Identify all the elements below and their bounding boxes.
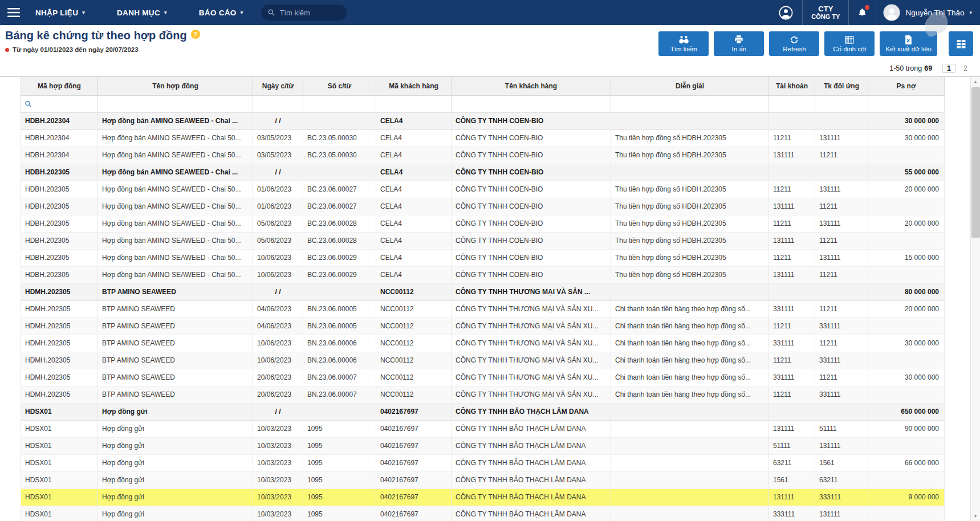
filter-cell-tk-doi-ung[interactable]	[815, 95, 868, 112]
table-row[interactable]: HDMH.202305BTP AMINO SEAWEED20/06/2023BN…	[21, 369, 945, 386]
cell-ps-no	[868, 266, 945, 283]
table-row[interactable]: HDMH.202305BTP AMINO SEAWEED10/06/2023BN…	[21, 352, 945, 369]
column-header-ma-khach-hang[interactable]: Mã khách hàng	[376, 77, 452, 95]
column-header-ten-khach-hang[interactable]: Tên khách hàng	[452, 77, 611, 95]
table-row[interactable]: HDSX01Hợp đồng gửi10/03/2023109504021676…	[21, 437, 945, 454]
hamburger-menu-button[interactable]	[0, 0, 27, 25]
cell-tk-doi-ung: 11211	[815, 369, 868, 386]
avatar	[883, 4, 900, 21]
table-row[interactable]: HDSX01Hợp đồng gửi10/03/2023109504021676…	[21, 489, 945, 506]
cell-so-ctu: 1095	[303, 437, 376, 454]
cell-ma-khach-hang: CELA4	[376, 249, 452, 266]
nav-menu-danh-muc[interactable]: DANH MỤC▾	[117, 9, 167, 17]
filter-cell-so-ctu[interactable]	[303, 95, 376, 112]
user-menu[interactable]: Nguyễn Thị Thảo ▾	[876, 4, 980, 21]
cell-so-ctu: 1095	[303, 471, 376, 489]
cell-dien-giai	[611, 283, 769, 300]
cell-tai-khoan: 11211	[769, 249, 815, 266]
cell-tk-doi-ung	[815, 283, 868, 300]
table-row[interactable]: HDBH.202305Hợp đồng bán AMINO SEAWEED - …	[21, 266, 945, 283]
table-row[interactable]: HDSX01Hợp đồng gửi10/03/2023109504021676…	[21, 454, 945, 471]
column-header-dien-giai[interactable]: Diễn giải	[611, 77, 769, 95]
grid-view-button[interactable]	[949, 31, 973, 56]
cell-ps-no: 30 000 000	[868, 335, 945, 352]
toolbar-button-label: Kết xuất dữ liệu	[885, 46, 932, 52]
column-header-ma-hop-dong[interactable]: Mã hợp đồng	[21, 77, 98, 95]
table-row[interactable]: HDBH.202304Hợp đồng bán AMINO SEAWEED - …	[21, 129, 945, 146]
column-header-tk-doi-ung[interactable]: Tk đối ứng	[815, 77, 868, 95]
table-row[interactable]: HDSX01Hợp đồng gửi10/03/2023109504021676…	[21, 506, 945, 521]
co-dinh-cot-button[interactable]: Cố định cột	[824, 31, 875, 56]
column-header-ps-no[interactable]: Ps nợ	[868, 77, 945, 95]
filter-cell-ten-khach-hang[interactable]	[452, 95, 611, 112]
column-header-tai-khoan[interactable]: Tài khoản	[769, 77, 815, 95]
table-row[interactable]: HDBH.202305Hợp đồng bán AMINO SEAWEED - …	[21, 198, 945, 215]
table-row[interactable]: HDBH.202305Hợp đồng bán AMINO SEAWEED - …	[21, 232, 945, 249]
refresh-button[interactable]: Refresh	[769, 31, 819, 56]
company-selector[interactable]: CTY CÔNG TY	[803, 5, 848, 21]
cell-ma-hop-dong: HDBH.202305	[21, 249, 98, 266]
table-row[interactable]: HDMH.202305BTP AMINO SEAWEED10/06/2023BN…	[21, 335, 945, 352]
cell-tk-doi-ung	[815, 403, 868, 420]
page-2[interactable]: 2	[961, 64, 970, 72]
group-row[interactable]: HDSX01Hợp đồng gửi/ /0402167697CÔNG TY T…	[21, 403, 945, 420]
table-row[interactable]: HDBH.202305Hợp đồng bán AMINO SEAWEED - …	[21, 181, 945, 198]
tim-kiem-button[interactable]: Tìm kiếm	[658, 31, 709, 56]
column-header-ngay-ctu[interactable]: Ngày c/từ	[253, 77, 303, 95]
table-row[interactable]: HDBH.202305Hợp đồng bán AMINO SEAWEED - …	[21, 249, 945, 266]
nav-menu-nhap-lieu[interactable]: NHẬP LIỆU▾	[35, 9, 85, 17]
nav-menus: NHẬP LIỆU▾DANH MỤC▾BÁO CÁO▾	[35, 9, 243, 17]
search-input[interactable]	[279, 9, 340, 17]
scroll-up-arrow[interactable]: ▲	[971, 77, 980, 87]
table-row[interactable]: HDMH.202305BTP AMINO SEAWEED04/06/2023BN…	[21, 318, 945, 335]
cell-dien-giai: Thu tiền hợp đồng số HDBH.202305	[611, 215, 769, 232]
filter-cell-ngay-ctu[interactable]	[253, 95, 303, 112]
filter-cell-ma-hop-dong[interactable]	[21, 95, 98, 112]
table-row[interactable]: HDMH.202305BTP AMINO SEAWEED20/06/2023BN…	[21, 386, 945, 403]
ket-xuat-du-lieu-button[interactable]: Kết xuất dữ liệu	[880, 31, 937, 56]
vertical-scrollbar[interactable]: ▲ ▼	[970, 77, 980, 521]
in-an-button[interactable]: In ấn	[714, 31, 764, 56]
page-1[interactable]: 1	[942, 64, 955, 73]
table-row[interactable]: HDBH.202304Hợp đồng bán AMINO SEAWEED - …	[21, 146, 945, 164]
cell-ten-hop-dong: Hợp đồng gửi	[98, 489, 253, 506]
group-row[interactable]: HDBH.202304Hợp đồng bán AMINO SEAWEED - …	[21, 112, 945, 129]
table-row[interactable]: HDBH.202305Hợp đồng bán AMINO SEAWEED - …	[21, 215, 945, 232]
help-icon[interactable]: ?	[191, 30, 200, 39]
table-header-row: Mã hợp đồngTên hợp đồngNgày c/từSố c/từM…	[21, 77, 945, 95]
table-row[interactable]: HDSX01Hợp đồng gửi10/03/2023109504021676…	[21, 420, 945, 437]
cell-ma-hop-dong: HDSX01	[21, 454, 98, 471]
table-row[interactable]: HDSX01Hợp đồng gửi10/03/2023109504021676…	[21, 471, 945, 489]
scroll-down-arrow[interactable]: ▼	[971, 511, 980, 521]
filter-cell-tai-khoan[interactable]	[769, 95, 815, 112]
group-row[interactable]: HDBH.202305Hợp đồng bán AMINO SEAWEED - …	[21, 164, 945, 181]
cell-ps-no	[868, 146, 945, 164]
cell-ps-no: 30 000 000	[868, 112, 945, 129]
page-header: Bảng kê chứng từ theo hợp đồng ? Từ ngày…	[0, 25, 980, 60]
cell-ten-hop-dong: BTP AMINO SEAWEED	[98, 386, 253, 403]
filter-cell-ten-hop-dong[interactable]	[98, 95, 253, 112]
cell-ps-no	[868, 198, 945, 215]
table-row[interactable]: HDMH.202305BTP AMINO SEAWEED04/06/2023BN…	[21, 300, 945, 318]
cell-ma-khach-hang: NCC00112	[376, 386, 452, 403]
cell-ps-no: 15 000 000	[868, 249, 945, 266]
column-header-so-ctu[interactable]: Số c/từ	[303, 77, 376, 95]
cell-ten-khach-hang: CÔNG TY TNHH COEN-BIO	[452, 249, 611, 266]
cell-ps-no	[868, 232, 945, 249]
filter-cell-dien-giai[interactable]	[611, 95, 769, 112]
cell-ma-hop-dong: HDBH.202305	[21, 198, 98, 215]
scrollbar-thumb[interactable]	[971, 87, 980, 238]
column-header-ten-hop-dong[interactable]: Tên hợp đồng	[98, 77, 253, 95]
cell-ma-khach-hang: NCC00112	[376, 300, 452, 318]
cell-ten-khach-hang: CÔNG TY TNHH BẢO THẠCH LÂM DANA	[452, 437, 611, 454]
cell-ps-no	[868, 506, 945, 521]
support-button[interactable]	[770, 0, 802, 25]
notifications-button[interactable]	[849, 0, 876, 25]
nav-menu-bao-cao[interactable]: BÁO CÁO▾	[199, 9, 243, 17]
group-row[interactable]: HDMH.202305BTP AMINO SEAWEED/ /NCC00112C…	[21, 283, 945, 300]
cell-ten-hop-dong: BTP AMINO SEAWEED	[98, 283, 253, 300]
filter-cell-ma-khach-hang[interactable]	[376, 95, 452, 112]
cell-ps-no: 30 000 000	[868, 369, 945, 386]
filter-cell-ps-no[interactable]	[868, 95, 945, 112]
title-block: Bảng kê chứng từ theo hợp đồng ? Từ ngày…	[5, 29, 200, 60]
